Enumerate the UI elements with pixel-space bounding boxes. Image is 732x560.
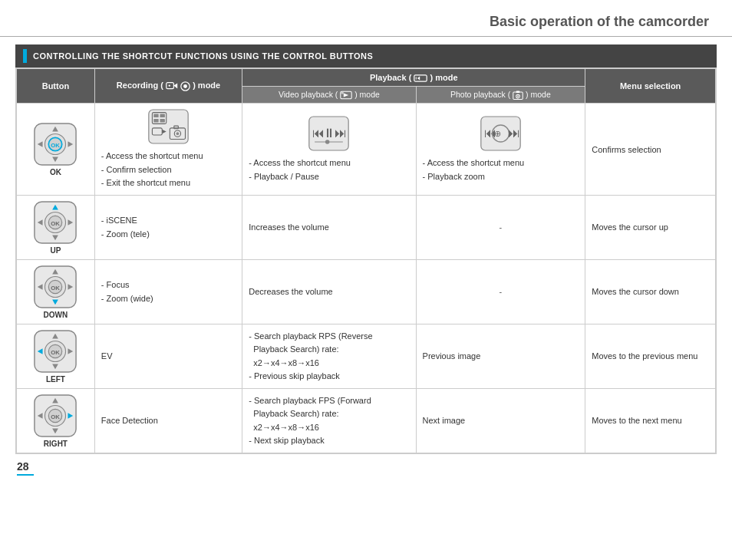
down-video-cell: Decreases the volume: [242, 259, 416, 324]
control-buttons-table: Button Recording ( ) mode Playback: [15, 68, 717, 454]
up-photo-cell: -: [416, 195, 585, 259]
ok-button-cell: OK OK: [17, 104, 95, 196]
page-number-line: [17, 474, 34, 476]
svg-rect-12: [516, 91, 520, 93]
left-video-cell: - Search playback RPS (Reverse Playback …: [242, 324, 416, 388]
up-video-cell: Increases the volume: [242, 195, 416, 259]
svg-rect-26: [160, 114, 165, 118]
svg-text:⊕: ⊕: [494, 129, 501, 138]
left-photo-cell: Previous image: [416, 324, 585, 388]
svg-rect-10: [341, 92, 344, 94]
table-row: OK RIGHT Face Detection - Search playbac…: [17, 388, 716, 453]
right-menu-cell: Moves to the next menu: [585, 388, 716, 453]
svg-text:OK: OK: [51, 285, 61, 292]
svg-text:OK: OK: [51, 142, 61, 149]
svg-marker-7: [417, 77, 420, 81]
svg-point-31: [176, 133, 180, 136]
svg-text:OK: OK: [51, 220, 61, 227]
table-row: OK DOWN - Focus - Zoom (wide): [17, 259, 716, 324]
ok-photo-cell: ⏮ ⊕ ⏭ - Access the shortcut menu - Playb…: [416, 104, 585, 196]
down-photo-cell: -: [416, 259, 585, 324]
right-photo-cell: Next image: [416, 388, 585, 453]
up-button-cell: OK UP: [17, 195, 95, 259]
down-button-cell: OK DOWN: [17, 259, 95, 324]
col-photo-header: Photo playback ( ) mode: [416, 87, 585, 104]
svg-rect-27: [153, 119, 158, 123]
table-row: OK LEFT EV - Search playback RPS (Revers…: [17, 324, 716, 388]
svg-text:OK: OK: [51, 413, 61, 420]
svg-rect-25: [153, 114, 158, 118]
svg-point-2: [169, 85, 170, 87]
down-menu-cell: Moves the cursor down: [585, 259, 716, 324]
svg-marker-1: [173, 84, 177, 89]
col-playback-header: Playback ( ) mode: [242, 69, 585, 87]
left-button-cell: OK LEFT: [17, 324, 95, 388]
up-recording-cell: - iSCENE - Zoom (tele): [94, 195, 242, 259]
svg-point-14: [517, 96, 519, 97]
svg-point-4: [183, 84, 187, 88]
page-title: Basic operation of the camcorder: [0, 0, 732, 37]
svg-point-40: [325, 140, 330, 144]
table-row: OK UP - iSCENE - Zoom (tele): [17, 195, 716, 259]
svg-text:⏭: ⏭: [508, 127, 521, 140]
ok-menu-cell: Confirms selection: [585, 104, 716, 196]
svg-text:⏭: ⏭: [335, 127, 348, 140]
col-recording-header: Recording ( ) mode: [94, 69, 242, 104]
right-recording-cell: Face Detection: [94, 388, 242, 453]
right-button-cell: OK RIGHT: [17, 388, 95, 453]
left-menu-cell: Moves to the previous menu: [585, 324, 716, 388]
table-header-row: Button Recording ( ) mode Playback: [17, 69, 716, 87]
col-menu-header: Menu selection: [585, 69, 716, 104]
right-video-cell: - Search playback FPS (Forward Playback …: [242, 388, 416, 453]
down-recording-cell: - Focus - Zoom (wide): [94, 259, 242, 324]
col-video-header: Video playback ( ) mode: [242, 87, 416, 104]
svg-rect-28: [160, 119, 165, 123]
table-row: OK OK: [17, 104, 716, 196]
page-number: 28: [17, 460, 732, 473]
ok-video-cell: ⏮ ⏸ ⏭ - Access the shortcut menu - Playb…: [242, 104, 416, 196]
svg-marker-9: [344, 94, 348, 97]
col-button-header: Button: [17, 69, 95, 104]
svg-text:OK: OK: [51, 349, 61, 356]
up-menu-cell: Moves the cursor up: [585, 195, 716, 259]
section-title: CONTROLLING THE SHORTCUT FUNCTIONS USING…: [15, 44, 717, 68]
left-recording-cell: EV: [94, 324, 242, 388]
ok-recording-cell: - Access the shortcut menu - Confirm sel…: [94, 104, 242, 196]
